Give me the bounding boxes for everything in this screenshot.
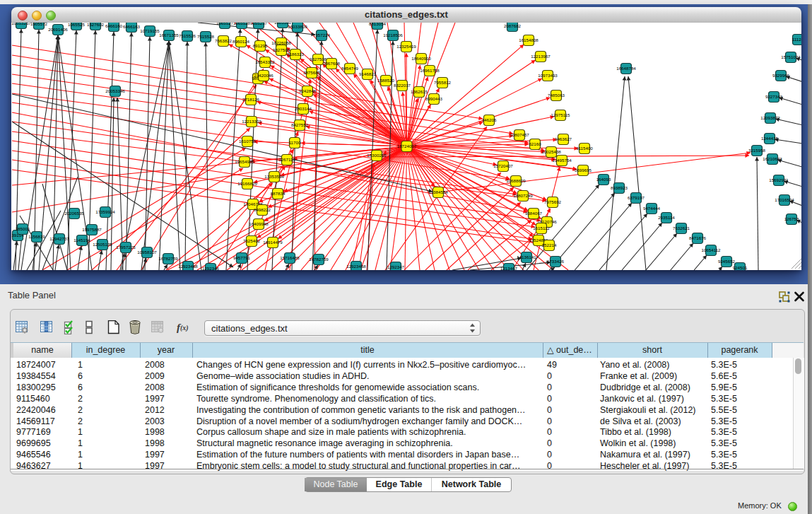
svg-text:15716485: 15716485 xyxy=(280,255,300,260)
svg-text:9227343: 9227343 xyxy=(765,94,783,99)
svg-text:18807249: 18807249 xyxy=(513,193,533,198)
svg-text:1244415: 1244415 xyxy=(761,136,779,141)
svg-text:12325419: 12325419 xyxy=(396,44,416,49)
svg-text:8471676: 8471676 xyxy=(689,235,707,240)
svg-text:15751074: 15751074 xyxy=(781,54,801,59)
svg-text:7663822: 7663822 xyxy=(215,38,233,43)
svg-text:62160: 62160 xyxy=(529,141,541,146)
svg-text:9457791: 9457791 xyxy=(233,255,251,260)
svg-text:10654112: 10654112 xyxy=(701,247,721,252)
svg-text:18640910: 18640910 xyxy=(411,56,431,61)
svg-text:7515528: 7515528 xyxy=(197,34,215,39)
svg-text:13495754: 13495754 xyxy=(552,158,572,163)
svg-text:891295: 891295 xyxy=(253,43,268,48)
svg-text:16154808: 16154808 xyxy=(519,37,539,42)
svg-text:8454749: 8454749 xyxy=(341,66,359,71)
svg-text:8938923: 8938923 xyxy=(611,185,628,190)
svg-text:12213967: 12213967 xyxy=(531,54,551,59)
svg-text:9242848: 9242848 xyxy=(299,88,317,93)
svg-text:16210643: 16210643 xyxy=(763,156,782,161)
svg-text:1292346: 1292346 xyxy=(202,266,220,270)
svg-text:19654985: 19654985 xyxy=(235,159,254,164)
svg-text:16543362: 16543362 xyxy=(255,59,275,64)
svg-text:12923468: 12923468 xyxy=(346,264,366,269)
svg-text:8322037: 8322037 xyxy=(394,83,411,88)
svg-text:12942737: 12942737 xyxy=(49,236,69,241)
svg-text:9474444: 9474444 xyxy=(643,206,661,211)
svg-text:7625402: 7625402 xyxy=(243,238,261,243)
svg-text:1733426: 1733426 xyxy=(547,259,565,264)
svg-text:10025438: 10025438 xyxy=(541,149,561,154)
svg-text:252214: 252214 xyxy=(542,243,557,247)
svg-text:20691406: 20691406 xyxy=(48,27,68,32)
svg-text:1527602: 1527602 xyxy=(87,23,105,27)
svg-text:3875685: 3875685 xyxy=(303,70,321,75)
svg-text:924501: 924501 xyxy=(733,265,748,270)
svg-text:20206535: 20206535 xyxy=(64,211,84,216)
svg-text:9384067: 9384067 xyxy=(525,211,543,216)
svg-text:17016504: 17016504 xyxy=(775,197,794,202)
svg-text:1065525: 1065525 xyxy=(68,23,86,27)
svg-text:17957225: 17957225 xyxy=(116,245,136,250)
svg-text:7515526: 7515526 xyxy=(179,33,196,38)
svg-text:2803144: 2803144 xyxy=(295,106,312,111)
svg-text:1292347: 1292347 xyxy=(387,264,405,269)
svg-text:1362615: 1362615 xyxy=(411,89,428,94)
svg-text:8427552: 8427552 xyxy=(291,122,309,127)
svg-text:19166825: 19166825 xyxy=(237,181,257,186)
svg-text:16782759: 16782759 xyxy=(309,257,329,262)
svg-text:1213467: 1213467 xyxy=(500,266,518,270)
svg-text:9245652: 9245652 xyxy=(718,259,736,264)
svg-text:(x): (x) xyxy=(180,324,189,332)
svg-text:887834: 887834 xyxy=(271,191,286,196)
svg-text:16409948: 16409948 xyxy=(249,221,269,226)
svg-text:9463627: 9463627 xyxy=(555,136,572,141)
svg-text:13353594: 13353594 xyxy=(264,174,284,179)
svg-text:12923468: 12923468 xyxy=(178,264,198,269)
svg-text:17359924: 17359924 xyxy=(95,209,115,214)
svg-text:0699695: 0699695 xyxy=(575,168,592,173)
svg-text:7485063: 7485063 xyxy=(548,93,565,98)
svg-text:9055257: 9055257 xyxy=(250,23,268,25)
svg-text:9146821: 9146821 xyxy=(359,71,377,76)
svg-text:19975887: 19975887 xyxy=(82,227,102,232)
svg-text:12505135: 12505135 xyxy=(93,242,112,247)
svg-text:346206: 346206 xyxy=(482,117,497,122)
svg-text:1610755: 1610755 xyxy=(239,139,257,144)
svg-text:2718126: 2718126 xyxy=(242,97,260,102)
svg-text:1588520: 1588520 xyxy=(377,78,395,83)
svg-text:1156819: 1156819 xyxy=(28,234,45,239)
svg-text:7632621: 7632621 xyxy=(673,226,690,230)
svg-text:1065527: 1065527 xyxy=(216,23,234,25)
svg-text:14136141: 14136141 xyxy=(517,255,536,259)
svg-text:10973493: 10973493 xyxy=(538,73,558,78)
svg-text:10688609: 10688609 xyxy=(506,178,526,183)
svg-text:1905572: 1905572 xyxy=(30,23,48,26)
svg-text:16961758: 16961758 xyxy=(420,68,440,73)
svg-text:10807457: 10807457 xyxy=(510,132,529,137)
svg-text:9329966: 9329966 xyxy=(772,73,790,78)
svg-text:7955812: 7955812 xyxy=(434,80,452,85)
svg-text:12213303: 12213303 xyxy=(242,119,261,124)
svg-text:23420046: 23420046 xyxy=(254,73,273,78)
svg-text:10553257: 10553257 xyxy=(11,23,31,25)
svg-text:6466160: 6466160 xyxy=(105,23,123,28)
svg-text:8990443: 8990443 xyxy=(425,96,443,101)
svg-text:7975692: 7975692 xyxy=(544,199,562,204)
svg-text:3215958: 3215958 xyxy=(748,148,766,153)
svg-text:7357224: 7357224 xyxy=(313,33,331,37)
svg-text:18300295: 18300295 xyxy=(367,153,387,158)
svg-text:2087682: 2087682 xyxy=(504,23,522,28)
svg-text:185001: 185001 xyxy=(16,226,30,231)
svg-text:8186323: 8186323 xyxy=(287,52,305,57)
svg-text:15720407: 15720407 xyxy=(493,163,513,168)
svg-text:19218506: 19218506 xyxy=(383,33,403,37)
svg-text:18724007: 18724007 xyxy=(397,144,417,148)
svg-text:2935114: 2935114 xyxy=(658,215,675,220)
svg-text:9115400: 9115400 xyxy=(576,146,593,151)
svg-text:8498222: 8498222 xyxy=(254,207,271,212)
svg-text:11700: 11700 xyxy=(289,140,301,145)
svg-text:16648784: 16648784 xyxy=(616,66,636,71)
svg-text:10958107: 10958107 xyxy=(137,250,157,255)
svg-text:1615112: 1615112 xyxy=(533,226,550,230)
